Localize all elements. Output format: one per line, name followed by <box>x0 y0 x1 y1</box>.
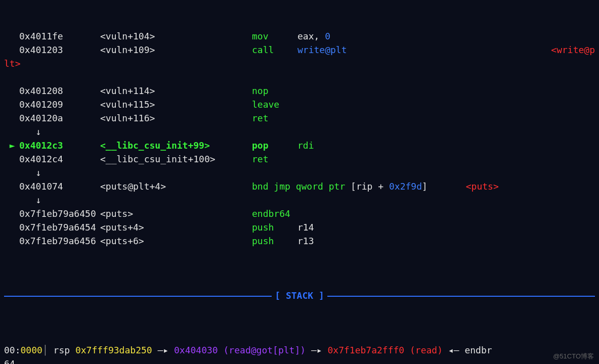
instruction-operands: rdi <box>297 139 314 152</box>
disasm-line: 0x401074<puts@plt+4>bnd jmp qword ptr [r… <box>4 179 595 193</box>
stack-row-wrap: 64 <box>4 357 595 364</box>
watermark: @51CTO博客 <box>553 349 594 363</box>
instruction-symbol: <puts> <box>100 207 252 220</box>
instruction-mnemonic: ret <box>252 111 297 125</box>
instruction-symbol: <puts+6> <box>100 234 252 248</box>
instruction-operands: r14 <box>297 220 314 234</box>
instruction-address: 0x7f1eb79a6450 <box>19 207 100 220</box>
line-lead <box>4 179 19 193</box>
stack-pane: 00:0000│ rsp 0x7fff93dab250 —▸ 0x404030 … <box>4 343 595 364</box>
control-flow-arrow: ↓ <box>4 166 595 179</box>
instruction-mnemonic: nop <box>252 84 297 98</box>
line-lead <box>4 111 19 125</box>
instruction-mnemonic: push <box>252 234 297 248</box>
divider-line-right <box>327 296 595 297</box>
disasm-line: 0x4012c4<__libc_csu_init+100>ret <box>4 152 595 166</box>
instruction-address: 0x4012c3 <box>19 139 100 152</box>
instruction-address: 0x7f1eb79a6454 <box>19 220 100 234</box>
line-lead <box>4 207 19 220</box>
line-lead <box>4 98 19 111</box>
line-lead <box>4 152 19 166</box>
instruction-mnemonic: pop <box>252 139 297 152</box>
instruction-symbol: <vuln+114> <box>100 84 252 98</box>
instruction-symbol: <__libc_csu_init+100> <box>100 152 252 166</box>
instruction-mnemonic: push <box>252 220 297 234</box>
disasm-line-current: ► 0x4012c3<__libc_csu_init+99>poprdi <box>4 139 595 152</box>
instruction-address: 0x401209 <box>19 98 100 111</box>
stack-header-divider: [ STACK ] <box>4 289 595 302</box>
disasm-line: 0x4011fe<vuln+104>moveax, 0 <box>4 29 595 43</box>
instruction-operands: eax, 0 <box>297 29 330 43</box>
instruction-symbol: <vuln+116> <box>100 111 252 125</box>
instruction-operands: write@plt <box>297 43 347 57</box>
stack-register: rsp <box>54 343 75 357</box>
instruction-address: 0x40120a <box>19 111 100 125</box>
instruction-symbol: <__libc_csu_init+99> <box>100 139 252 152</box>
instruction-symbol: <vuln+115> <box>100 98 252 111</box>
line-lead <box>4 84 19 98</box>
instruction-symbol: <vuln+104> <box>100 29 252 43</box>
disasm-line: 0x401203<vuln+109>callwrite@plt <write@p <box>4 43 595 57</box>
disasm-line: 0x401208<vuln+114>nop <box>4 84 595 98</box>
instruction-mnemonic: mov <box>252 29 297 43</box>
instruction-symbol: <puts@plt+4> <box>100 179 252 193</box>
disasm-line: 0x7f1eb79a6454<puts+4>pushr14 <box>4 220 595 234</box>
instruction-symbol: <puts+4> <box>100 220 252 234</box>
instruction-address: 0x401208 <box>19 84 100 98</box>
instruction-mnemonic: call <box>252 43 297 57</box>
disasm-line: 0x7f1eb79a6450<puts>endbr64 <box>4 207 595 220</box>
branch-target: <write@p <box>551 43 595 57</box>
line-lead <box>4 220 19 234</box>
branch-target: <puts> <box>427 179 499 193</box>
instruction-mnemonic: ret <box>252 152 297 166</box>
line-lead <box>4 29 19 43</box>
instruction-address: 0x401203 <box>19 43 100 57</box>
stack-address: 0x7fff93dab250 <box>75 343 152 357</box>
current-instruction-marker: ► <box>4 139 19 152</box>
instruction-address: 0x4011fe <box>19 29 100 43</box>
instruction-symbol: <vuln+109> <box>100 43 252 57</box>
stack-header-label: [ STACK ] <box>272 289 327 302</box>
instruction-address: 0x7f1eb79a6456 <box>19 234 100 248</box>
stack-row: 00:0000│ rsp 0x7fff93dab250 —▸ 0x404030 … <box>4 343 595 357</box>
line-lead <box>4 43 19 57</box>
control-flow-arrow: ↓ <box>4 193 595 207</box>
terminal-screen: 0x4011fe<vuln+104>moveax, 0 0x401203<vul… <box>0 0 599 364</box>
divider-line-left <box>4 296 272 297</box>
disasm-line: 0x7f1eb79a6456<puts+6>pushr13 <box>4 234 595 248</box>
instruction-address: 0x401074 <box>19 179 100 193</box>
wrapped-line: lt> <box>4 57 595 70</box>
instruction-operands: bnd jmp qword ptr [rip + 0x2f9d] <box>252 179 427 193</box>
disasm-line: 0x40120a<vuln+116>ret <box>4 111 595 125</box>
instruction-address: 0x4012c4 <box>19 152 100 166</box>
instruction-operands: r13 <box>297 234 314 248</box>
disassembly-pane: 0x4011fe<vuln+104>moveax, 0 0x401203<vul… <box>4 29 595 248</box>
disasm-line: 0x401209<vuln+115>leave <box>4 98 595 111</box>
line-lead <box>4 234 19 248</box>
control-flow-arrow: ↓ <box>4 125 595 139</box>
instruction-mnemonic: endbr64 <box>252 207 297 220</box>
instruction-mnemonic: leave <box>252 98 297 111</box>
disasm-blank-line <box>4 70 595 84</box>
